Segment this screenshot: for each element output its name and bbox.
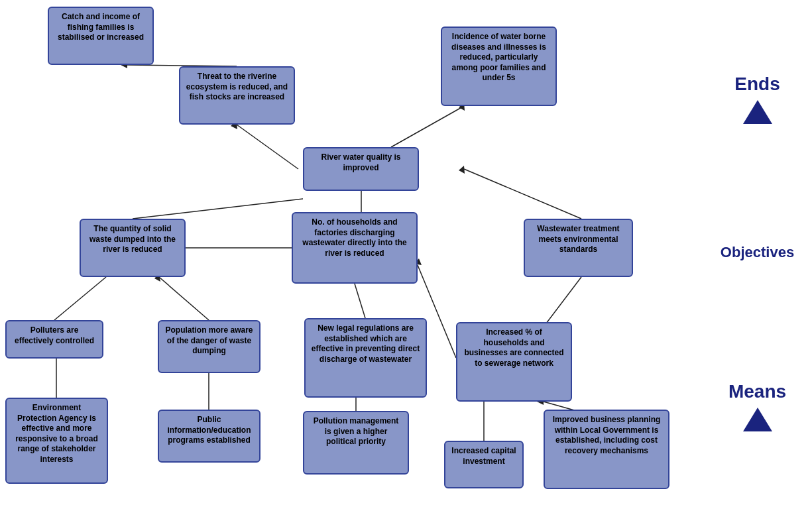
node-pollution-mgmt: Pollution management is given a higher p… xyxy=(303,411,409,475)
node-improved-business: Improved business planning within Local … xyxy=(544,410,669,489)
node-public-info: Public information/education programs es… xyxy=(158,410,261,463)
svg-line-2 xyxy=(237,125,298,169)
node-riverine-threat: Threat to the riverine ecosystem is redu… xyxy=(179,66,295,125)
svg-line-14 xyxy=(355,284,365,318)
svg-line-12 xyxy=(159,277,209,320)
means-arrow xyxy=(743,408,772,431)
node-catch-income: Catch and income of fishing families is … xyxy=(48,7,154,65)
node-new-legal: New legal regulations are established wh… xyxy=(304,318,427,398)
svg-line-32 xyxy=(464,169,581,219)
objectives-label: Objectives xyxy=(721,244,794,261)
node-households-factories: No. of households and factories discharg… xyxy=(292,212,418,284)
svg-marker-33 xyxy=(459,166,465,174)
node-river-quality: River water quality is improved xyxy=(303,147,419,191)
diagram-container: Catch and income of fishing families is … xyxy=(0,0,703,505)
node-increased-capital: Increased capital investment xyxy=(444,441,524,488)
node-increased-pct: Increased % of households and businesses… xyxy=(456,322,572,402)
node-solid-waste: The quantity of solid waste dumped into … xyxy=(80,219,186,277)
ends-arrow xyxy=(743,100,772,124)
node-population-aware: Population more aware of the danger of w… xyxy=(158,320,261,373)
node-wastewater-treatment: Wastewater treatment meets environmental… xyxy=(524,219,633,277)
svg-line-4 xyxy=(391,106,464,147)
node-env-protection: Environment Protection Agency is effecti… xyxy=(5,398,108,484)
sidebar: Ends Objectives Means xyxy=(703,0,812,505)
svg-line-8 xyxy=(133,199,303,219)
ends-label: Ends xyxy=(734,74,780,95)
means-label: Means xyxy=(728,381,786,402)
node-polluters: Polluters are effectively controlled xyxy=(5,320,103,359)
node-water-borne: Incidence of water borne diseases and il… xyxy=(441,27,557,106)
svg-line-10 xyxy=(54,277,106,320)
